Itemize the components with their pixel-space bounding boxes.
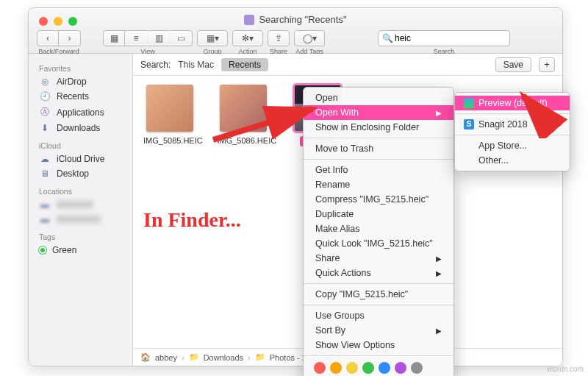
sidebar-item-location-1[interactable]: ▬: [29, 197, 132, 212]
tag-color-gray[interactable]: [411, 362, 423, 374]
menu-copy[interactable]: Copy "IMG_5215.heic": [304, 287, 453, 302]
tag-color-red[interactable]: [314, 362, 326, 374]
sidebar-section-locations: Locations: [29, 181, 132, 197]
toolbar: ‹ › Back/Forward ▦ ≡ ▥ ▭ View ▦▾ Group: [36, 30, 555, 54]
sidebar-section-icloud: iCloud: [29, 135, 132, 152]
path-segment[interactable]: abbey: [155, 353, 177, 362]
menu-separator: [304, 305, 453, 305]
group-button[interactable]: ▦▾: [197, 30, 228, 46]
sidebar-item-airdrop[interactable]: ◎AirDrop: [29, 74, 132, 89]
back-button[interactable]: ‹: [37, 30, 59, 46]
menu-view-options[interactable]: Show View Options: [304, 338, 453, 352]
sidebar-item-location-2[interactable]: ▬: [29, 212, 132, 227]
menu-use-groups[interactable]: Use Groups: [304, 308, 453, 323]
folder-icon: 📁: [255, 352, 265, 362]
back-forward-label: Back/Forward: [38, 48, 79, 55]
annotation-arrow-2: [510, 87, 569, 138]
svg-line-1: [523, 96, 554, 131]
view-gallery-button[interactable]: ▭: [171, 30, 193, 46]
search-scope-bar: Search: This Mac Recents Save +: [133, 54, 562, 76]
titlebar: Searching "Recents" ‹ › Back/Forward ▦ ≡…: [29, 8, 562, 54]
location-icon: ▬: [39, 199, 51, 210]
tag-color-yellow[interactable]: [346, 362, 358, 374]
add-criteria-button[interactable]: +: [539, 57, 555, 72]
chevron-right-icon: ▶: [436, 109, 442, 117]
menu-duplicate[interactable]: Duplicate: [304, 207, 453, 221]
tag-color-orange[interactable]: [330, 362, 342, 374]
folder-icon: 📁: [189, 352, 199, 362]
menu-separator: [304, 355, 453, 356]
chevron-right-icon: ▶: [436, 269, 442, 277]
annotation-text: In Finder...: [143, 208, 241, 232]
chevron-right-icon: ▶: [436, 327, 442, 335]
scope-recents[interactable]: Recents: [221, 58, 268, 71]
location-icon: ▬: [39, 214, 51, 224]
sidebar-item-icloud[interactable]: ☁iCloud Drive: [29, 152, 132, 166]
finder-window: Searching "Recents" ‹ › Back/Forward ▦ ≡…: [28, 7, 563, 366]
sidebar-item-desktop[interactable]: 🖥Desktop: [29, 166, 132, 181]
menu-separator: [304, 159, 453, 160]
home-icon: 🏠: [140, 352, 151, 362]
airdrop-icon: ◎: [39, 77, 51, 87]
submenu-other[interactable]: Other...: [455, 153, 570, 168]
desktop-icon: 🖥: [39, 169, 51, 179]
path-segment[interactable]: Downloads: [204, 353, 243, 362]
preview-app-icon: [464, 98, 474, 108]
sidebar-item-downloads[interactable]: ⬇Downloads: [29, 121, 132, 135]
add-tags-button[interactable]: ◯▾: [294, 30, 325, 46]
menu-rename[interactable]: Rename: [304, 177, 453, 192]
window-title: Searching "Recents": [29, 14, 562, 25]
forward-button[interactable]: ›: [59, 30, 81, 46]
title-text: Searching "Recents": [259, 14, 346, 25]
annotation-arrow-1: [209, 103, 327, 147]
tag-green-icon: [39, 246, 46, 254]
search-icon: 🔍: [382, 33, 393, 43]
view-columns-button[interactable]: ▥: [148, 30, 170, 46]
chevron-right-icon: ▶: [436, 255, 442, 263]
action-button[interactable]: ✻▾: [232, 30, 263, 46]
watermark: wsxdn.com: [547, 365, 584, 373]
sidebar-section-tags: Tags: [29, 227, 132, 243]
menu-quick-actions[interactable]: Quick Actions▶: [304, 266, 453, 280]
menu-separator: [304, 283, 453, 284]
chevron-right-icon: ›: [182, 353, 184, 362]
menu-quick-look[interactable]: Quick Look "IMG_5215.heic": [304, 236, 453, 251]
menu-sort-by[interactable]: Sort By▶: [304, 323, 453, 338]
submenu-app-store[interactable]: App Store...: [455, 138, 570, 153]
view-icons-button[interactable]: ▦: [103, 30, 125, 46]
sidebar-section-favorites: Favorites: [29, 58, 132, 74]
view-list-button[interactable]: ≡: [125, 30, 147, 46]
file-thumbnail: [146, 85, 193, 132]
menu-compress[interactable]: Compress "IMG_5215.heic": [304, 192, 453, 207]
snagit-app-icon: S: [464, 119, 474, 130]
menu-make-alias[interactable]: Make Alias: [304, 221, 453, 236]
search-input[interactable]: [378, 30, 510, 46]
file-name: IMG_5085.HEIC: [143, 136, 196, 145]
chevron-right-icon: ›: [248, 353, 251, 362]
menu-share[interactable]: Share▶: [304, 251, 453, 266]
sidebar-item-recents[interactable]: 🕘Recents: [29, 89, 132, 104]
share-button[interactable]: ⇪: [268, 30, 290, 46]
scope-this-mac[interactable]: This Mac: [178, 60, 214, 70]
sidebar-item-tag-green[interactable]: Green: [29, 243, 132, 258]
sidebar: Favorites ◎AirDrop 🕘Recents ⒶApplication…: [29, 54, 133, 366]
save-search-button[interactable]: Save: [495, 57, 531, 72]
svg-line-0: [213, 109, 312, 140]
download-icon: ⬇: [39, 123, 51, 133]
menu-tag-colors: [304, 359, 453, 376]
tag-color-green[interactable]: [362, 362, 374, 374]
tag-color-blue[interactable]: [379, 362, 390, 374]
cloud-icon: ☁: [39, 154, 51, 164]
clock-icon: 🕘: [39, 91, 51, 102]
apps-icon: Ⓐ: [39, 106, 51, 118]
file-item[interactable]: IMG_5085.HEIC: [143, 85, 196, 145]
menu-get-info[interactable]: Get Info: [304, 163, 453, 177]
smart-folder-icon: [244, 15, 254, 25]
tag-color-purple[interactable]: [395, 362, 406, 374]
search-scope-label: Search:: [140, 60, 171, 70]
sidebar-item-applications[interactable]: ⒶApplications: [29, 104, 132, 121]
